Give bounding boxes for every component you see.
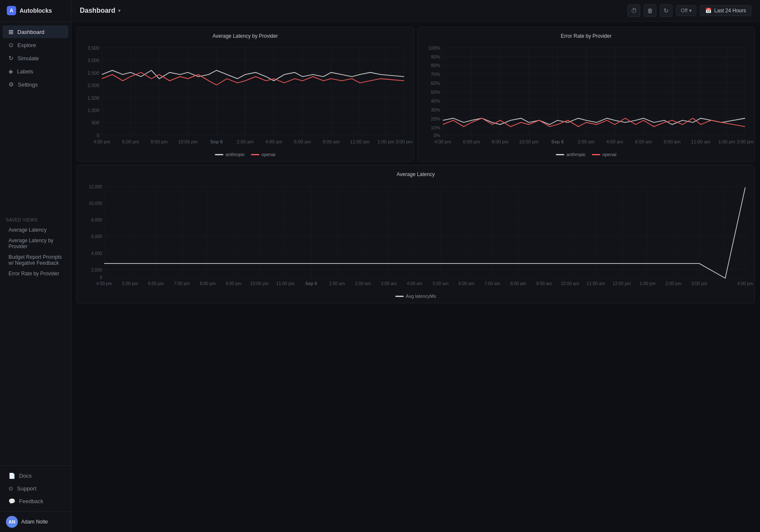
error-rate-by-provider-svg: 100% 90% 80% 70% 60% 50% 40% 30% 20% 10%… — [425, 43, 748, 147]
time-range-button[interactable]: 📅 Last 24 Hours — [700, 5, 752, 16]
nav-item-settings[interactable]: ⚙ Settings — [3, 78, 68, 91]
svg-text:6:00 pm: 6:00 pm — [463, 139, 480, 144]
svg-text:100%: 100% — [428, 45, 440, 50]
svg-text:8:00 pm: 8:00 pm — [200, 281, 215, 286]
trash-button[interactable]: 🗑 — [644, 4, 656, 17]
svg-text:9:00 pm: 9:00 pm — [225, 281, 241, 286]
calendar-icon: 📅 — [705, 8, 712, 14]
nav-label-labels: Labels — [17, 68, 33, 75]
svg-text:4:00 am: 4:00 am — [265, 139, 282, 144]
feedback-item[interactable]: 💬 Feedback — [3, 495, 68, 507]
error-openai-label: openai — [602, 152, 616, 157]
latency-by-provider-area: 3,500 3,000 2,500 2,000 1,500 1,000 500 … — [84, 43, 407, 148]
error-rate-by-provider-card: Error Rate by Provider 100% 90% 80% 70% … — [417, 27, 755, 162]
refresh-button[interactable]: ↻ — [660, 4, 673, 17]
app-name: Autoblocks — [20, 7, 52, 14]
nav-item-dashboard[interactable]: ⊞ Dashboard — [3, 25, 68, 38]
logo-icon: A — [7, 6, 16, 15]
average-latency-title: Average Latency — [84, 171, 748, 177]
svg-text:50%: 50% — [431, 90, 440, 95]
error-anthropic-label: anthropic — [566, 152, 585, 157]
support-label: Support — [17, 485, 37, 492]
nav-item-explore[interactable]: ⊙ Explore — [3, 39, 68, 51]
legend-avg-latency: Avg latencyMs — [395, 294, 436, 299]
nav-items: ⊞ Dashboard ⊙ Explore ↻ Simulate ◈ Label… — [0, 22, 71, 213]
svg-text:80%: 80% — [431, 63, 440, 68]
svg-text:5:00 pm: 5:00 pm — [122, 281, 138, 286]
nav-item-labels[interactable]: ◈ Labels — [3, 65, 68, 78]
svg-text:2,000: 2,000 — [91, 268, 102, 272]
clock-button[interactable]: ⏱ — [628, 4, 640, 17]
feedback-label: Feedback — [19, 498, 43, 504]
support-icon: ⊙ — [8, 485, 13, 492]
nav-label-settings: Settings — [18, 81, 38, 88]
topbar-right: ⏱ 🗑 ↻ Off ▾ 📅 Last 24 Hours — [628, 4, 752, 17]
error-rate-by-provider-area: 100% 90% 80% 70% 60% 50% 40% 30% 20% 10%… — [425, 43, 748, 148]
svg-text:2,500: 2,500 — [87, 70, 99, 76]
openai-label: openai — [262, 152, 276, 157]
time-range-label: Last 24 Hours — [714, 8, 746, 14]
svg-text:2:00 am: 2:00 am — [578, 139, 595, 144]
svg-text:4:00 pm: 4:00 pm — [96, 281, 112, 286]
saved-view-avg-latency-provider[interactable]: Average Latency by Provider — [6, 235, 65, 252]
support-item[interactable]: ⊙ Support — [3, 482, 68, 495]
nav-item-simulate[interactable]: ↻ Simulate — [3, 52, 68, 64]
saved-views-label: Saved Views — [6, 218, 65, 222]
sidebar: A Autoblocks ⊞ Dashboard ⊙ Explore ↻ Sim… — [0, 0, 71, 532]
svg-text:6:00 am: 6:00 am — [459, 281, 474, 286]
svg-text:4:00 pm: 4:00 pm — [737, 281, 753, 286]
svg-text:11:00 am: 11:00 am — [350, 139, 370, 144]
nav-label-explore: Explore — [17, 42, 36, 48]
svg-text:10:00 am: 10:00 am — [561, 281, 579, 286]
svg-text:3,000: 3,000 — [87, 58, 99, 63]
svg-text:4:00 am: 4:00 am — [407, 281, 422, 286]
svg-text:1,000: 1,000 — [87, 108, 99, 113]
average-latency-card: Average Latency 12,000 10,000 8,000 6,00… — [76, 165, 755, 303]
svg-text:2,000: 2,000 — [87, 83, 99, 88]
error-anthropic-swatch — [556, 154, 564, 155]
svg-text:3,500: 3,500 — [87, 45, 99, 50]
svg-text:3:00 pm: 3:00 pm — [691, 281, 707, 286]
docs-label: Docs — [19, 473, 32, 479]
svg-text:0%: 0% — [433, 133, 440, 138]
legend-error-anthropic: anthropic — [556, 152, 585, 157]
user-section[interactable]: AN Adam Nolte — [0, 511, 71, 532]
nav-label-simulate: Simulate — [17, 55, 39, 62]
svg-text:3:00 pm: 3:00 pm — [396, 139, 413, 144]
saved-view-avg-latency[interactable]: Average Latency — [6, 225, 65, 235]
feedback-icon: 💬 — [8, 498, 15, 504]
average-latency-area: 12,000 10,000 8,000 6,000 4,000 2,000 0 — [84, 182, 748, 290]
svg-text:9:00 am: 9:00 am — [664, 139, 681, 144]
svg-text:20%: 20% — [431, 116, 440, 121]
svg-text:2:00 am: 2:00 am — [237, 139, 254, 144]
legend-openai: openai — [251, 152, 276, 157]
off-button[interactable]: Off ▾ — [676, 5, 696, 16]
simulate-icon: ↻ — [8, 55, 14, 62]
anthropic-label: anthropic — [225, 152, 245, 157]
saved-view-error-rate[interactable]: Error Rate by Provider — [6, 269, 65, 279]
off-label: Off — [681, 8, 687, 14]
average-latency-legend: Avg latencyMs — [84, 294, 748, 299]
svg-text:3:00 am: 3:00 am — [381, 281, 397, 286]
saved-view-budget-report[interactable]: Budget Report Prompts w/ Negative Feedba… — [6, 252, 65, 268]
latency-by-provider-title: Average Latency by Provider — [84, 33, 407, 39]
charts-top-row: Average Latency by Provider 3,500 3,000 … — [76, 27, 755, 162]
svg-text:8,000: 8,000 — [91, 218, 102, 223]
avg-latency-label: Avg latencyMs — [406, 294, 436, 299]
dashboard-icon: ⊞ — [8, 28, 14, 35]
user-name: Adam Nolte — [21, 519, 48, 525]
svg-text:1:00 pm: 1:00 pm — [377, 139, 394, 144]
svg-text:4:00 pm: 4:00 pm — [434, 139, 451, 144]
docs-item[interactable]: 📄 Docs — [3, 470, 68, 482]
page-title: Dashboard — [80, 7, 115, 14]
svg-text:11:00 pm: 11:00 pm — [276, 281, 294, 286]
topbar-left: Dashboard ▾ — [80, 7, 121, 14]
svg-text:60%: 60% — [431, 81, 440, 86]
svg-text:11:00 am: 11:00 am — [587, 281, 605, 286]
app-logo[interactable]: A Autoblocks — [0, 0, 71, 22]
svg-text:10:00 pm: 10:00 pm — [519, 139, 538, 144]
svg-text:4:00 am: 4:00 am — [606, 139, 623, 144]
svg-text:Sep 6: Sep 6 — [210, 139, 222, 144]
svg-text:6:00 pm: 6:00 pm — [122, 139, 139, 144]
svg-text:5:00 am: 5:00 am — [433, 281, 448, 286]
